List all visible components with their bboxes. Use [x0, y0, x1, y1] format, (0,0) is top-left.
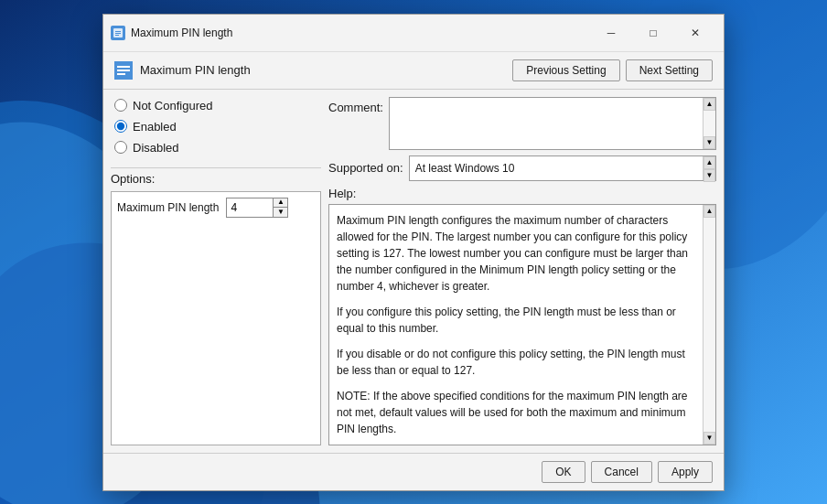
comment-label: Comment:	[328, 97, 383, 114]
radio-not-configured-input[interactable]	[114, 99, 127, 112]
help-scroll-up[interactable]: ▲	[703, 205, 715, 218]
maximize-button[interactable]: □	[632, 20, 674, 46]
help-scroll-track	[703, 218, 715, 432]
spinner-up-button[interactable]: ▲	[274, 198, 287, 208]
supported-scroll-up[interactable]: ▲	[703, 156, 715, 169]
minimize-button[interactable]: ─	[590, 20, 632, 46]
title-icon	[111, 26, 125, 40]
help-para-4: NOTE: If the above specified conditions …	[337, 388, 695, 437]
header-icon	[114, 61, 133, 80]
pin-length-spinner[interactable]: ▲ ▼	[226, 198, 288, 218]
svg-rect-8	[115, 35, 119, 36]
supported-section: Supported on: At least Windows 10 ▲ ▼	[328, 155, 716, 181]
radio-disabled[interactable]: Disabled	[111, 139, 321, 156]
title-bar-left: Maximum PIN length	[111, 26, 232, 40]
dialog-body: Not Configured Enabled Disabled Options:…	[103, 90, 724, 453]
radio-not-configured[interactable]: Not Configured	[111, 97, 321, 114]
option-row-pin-length: Maximum PIN length ▲ ▼	[117, 198, 315, 218]
svg-rect-11	[117, 70, 130, 71]
help-section: Help: Maximum PIN length configures the …	[328, 187, 716, 445]
comment-area-wrapper: ▲ ▼	[389, 97, 716, 150]
help-scrollbar[interactable]: ▲ ▼	[703, 205, 715, 445]
title-controls: ─ □ ✕	[590, 20, 716, 46]
spinner-buttons: ▲ ▼	[273, 198, 287, 217]
dialog-header-left: Maximum PIN length	[114, 61, 251, 80]
svg-rect-12	[117, 73, 125, 75]
comment-input[interactable]	[390, 98, 703, 149]
prev-setting-button[interactable]: Previous Setting	[512, 59, 619, 81]
svg-rect-7	[115, 33, 121, 34]
help-scroll-down[interactable]: ▼	[703, 432, 715, 445]
pin-length-input[interactable]	[227, 198, 273, 217]
pin-length-label: Maximum PIN length	[117, 201, 219, 214]
help-para-3: If you disable or do not configure this …	[337, 346, 695, 379]
radio-not-configured-label: Not Configured	[133, 99, 212, 113]
comment-scroll-down[interactable]: ▼	[703, 136, 715, 149]
help-text: Maximum PIN length configures the maximu…	[329, 205, 703, 445]
section-divider	[111, 167, 321, 168]
dialog-window: Maximum PIN length ─ □ ✕ Maximum PIN len…	[102, 14, 725, 491]
next-setting-button[interactable]: Next Setting	[626, 59, 713, 81]
right-column: Comment: ▲ ▼ Supported on: At least Wind…	[328, 97, 716, 445]
comment-scroll-up[interactable]: ▲	[703, 98, 715, 111]
left-column: Not Configured Enabled Disabled Options:…	[111, 97, 321, 445]
comment-scroll-track	[703, 111, 715, 136]
radio-enabled-input[interactable]	[114, 120, 127, 133]
radio-enabled-label: Enabled	[133, 120, 177, 134]
help-label: Help:	[328, 187, 716, 200]
help-area-wrapper: Maximum PIN length configures the maximu…	[328, 204, 716, 445]
radio-enabled[interactable]: Enabled	[111, 118, 321, 135]
supported-label: Supported on:	[328, 161, 403, 175]
supported-scroll-down[interactable]: ▼	[703, 169, 715, 182]
bottom-row: OK Cancel Apply	[103, 453, 724, 490]
dialog-header: Maximum PIN length Previous Setting Next…	[103, 52, 724, 90]
spinner-down-button[interactable]: ▼	[274, 207, 287, 217]
header-buttons: Previous Setting Next Setting	[512, 59, 713, 81]
radio-disabled-label: Disabled	[133, 141, 179, 155]
radio-group: Not Configured Enabled Disabled	[111, 97, 321, 156]
cancel-button[interactable]: Cancel	[591, 461, 652, 483]
options-box: Maximum PIN length ▲ ▼	[111, 191, 321, 445]
svg-rect-6	[115, 31, 121, 32]
svg-rect-10	[117, 66, 130, 68]
supported-area-wrapper: At least Windows 10 ▲ ▼	[409, 155, 716, 181]
radio-disabled-input[interactable]	[114, 141, 127, 154]
options-label: Options:	[111, 172, 321, 186]
comment-scrollbar[interactable]: ▲ ▼	[703, 98, 715, 149]
options-section: Options: Maximum PIN length ▲ ▼	[111, 172, 321, 445]
help-para-1: Maximum PIN length configures the maximu…	[337, 212, 695, 295]
window-title: Maximum PIN length	[131, 27, 232, 39]
supported-scrollbar[interactable]: ▲ ▼	[703, 156, 715, 180]
ok-button[interactable]: OK	[542, 461, 585, 483]
help-para-2: If you configure this policy setting, th…	[337, 304, 695, 337]
supported-value: At least Windows 10	[410, 156, 703, 180]
title-bar: Maximum PIN length ─ □ ✕	[103, 15, 724, 52]
comment-section: Comment: ▲ ▼	[328, 97, 716, 150]
apply-button[interactable]: Apply	[658, 461, 713, 483]
close-button[interactable]: ✕	[674, 20, 716, 46]
header-title: Maximum PIN length	[140, 63, 251, 77]
